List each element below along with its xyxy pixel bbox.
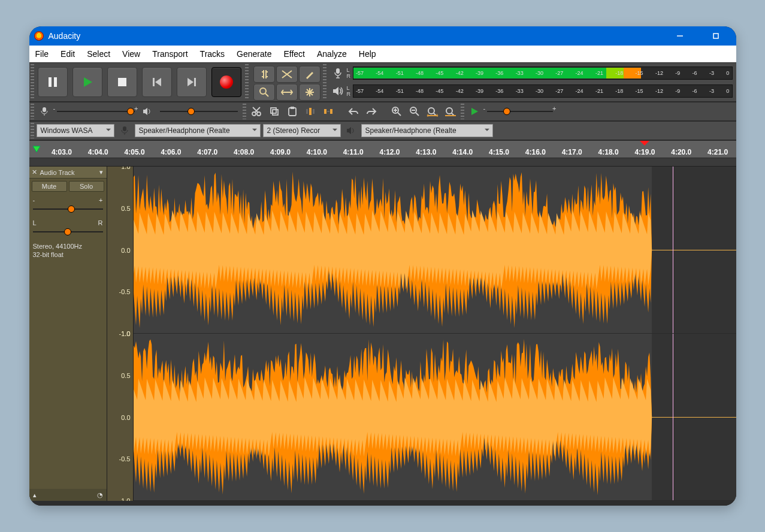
svg-rect-26 [330, 109, 332, 114]
timeshift-tool[interactable] [276, 84, 298, 101]
track-header[interactable]: ✕ Audio Track ▾ [29, 167, 107, 179]
redo-button[interactable] [364, 104, 379, 119]
zoom-tool[interactable] [253, 84, 275, 101]
meter-ticks-play: -57-54-51-48-45-42-39-36-33-30-27-24-21-… [353, 85, 732, 97]
track-options-icon[interactable]: ◔ [97, 491, 103, 499]
toolbar-grip[interactable] [245, 64, 249, 100]
skip-end-button[interactable] [177, 67, 207, 97]
playback-meter[interactable]: -57-54-51-48-45-42-39-36-33-30-27-24-21-… [353, 84, 733, 98]
svg-point-32 [428, 108, 434, 114]
timeline-ticks: 4:03.04:04.04:05.04:06.04:07.04:08.04:09… [44, 141, 736, 158]
timeline-label: 4:18.0 [598, 148, 619, 156]
track-area: ✕ Audio Track ▾ Mute Solo -+ LR [29, 167, 736, 501]
menu-effect[interactable]: Effect [277, 46, 311, 62]
track-info: Stereo, 44100Hz 32-bit float [29, 240, 107, 261]
waveform-right[interactable] [134, 334, 736, 501]
play-at-speed-button[interactable] [467, 104, 482, 119]
toolbar-grip[interactable] [323, 64, 326, 100]
playback-volume-slider[interactable] [160, 107, 238, 116]
transport-toolbar: LR -57-54-51-48-45-42-39-36-33-30-27-24-… [29, 62, 736, 102]
menu-view[interactable]: View [116, 46, 146, 62]
timeline-label: 4:03.0 [52, 148, 72, 156]
menu-select[interactable]: Select [81, 46, 116, 62]
svg-rect-3 [54, 77, 57, 87]
recording-device-combo[interactable]: Speaker/Headphone (Realte [135, 124, 261, 137]
menu-edit[interactable]: Edit [55, 46, 81, 62]
fit-project-button[interactable] [443, 104, 458, 119]
collapse-track-button[interactable]: ▴ [33, 491, 37, 499]
recording-volume-slider[interactable]: - + [57, 107, 135, 116]
svg-marker-8 [188, 78, 193, 86]
recording-meter[interactable]: -57-54-51-48-45-42-39-36-33-30-27-24-21-… [353, 66, 733, 80]
toolbar-grip[interactable] [31, 123, 34, 138]
timeline-ruler[interactable]: 4:03.04:04.04:05.04:06.04:07.04:08.04:09… [29, 140, 736, 158]
pause-button[interactable] [38, 67, 68, 97]
zoom-out-button[interactable] [407, 104, 422, 119]
cut-button[interactable] [249, 104, 264, 119]
playback-device-combo[interactable]: Speaker/Headphone (Realte [361, 124, 493, 137]
vertical-scale[interactable]: 1.00.50.0-0.5-1.01.00.50.0-0.5-1.0 [107, 167, 134, 501]
svg-rect-9 [194, 78, 196, 86]
envelope-tool[interactable] [276, 66, 298, 83]
recording-channels-combo[interactable]: 2 (Stereo) Recor [263, 124, 341, 137]
paste-button[interactable] [285, 104, 300, 119]
silence-button[interactable] [320, 104, 336, 119]
track-gain-slider[interactable] [33, 205, 103, 213]
track-pan-slider[interactable] [33, 228, 103, 236]
slider-knob[interactable] [503, 108, 510, 115]
menu-transport[interactable]: Transport [146, 46, 193, 62]
stop-button[interactable] [107, 67, 137, 97]
svg-rect-5 [118, 78, 126, 86]
record-button[interactable] [211, 67, 241, 97]
timeline-label: 4:12.0 [379, 148, 400, 156]
copy-button[interactable] [267, 104, 282, 119]
menu-analyze[interactable]: Analyze [311, 46, 353, 62]
menu-generate[interactable]: Generate [231, 46, 277, 62]
toolbar-grip[interactable] [461, 104, 464, 119]
menu-tracks[interactable]: Tracks [194, 46, 231, 62]
slider-knob[interactable] [127, 108, 134, 115]
svg-marker-7 [155, 78, 161, 86]
timeline-label: 4:05.0 [125, 148, 145, 156]
zoom-in-button[interactable] [389, 104, 404, 119]
trim-button[interactable] [303, 104, 318, 119]
window-controls [669, 29, 731, 43]
multi-tool[interactable] [299, 84, 320, 101]
speaker-icon [343, 123, 359, 138]
track-menu-dropdown[interactable]: ▾ [99, 168, 105, 176]
toolbar-grip[interactable] [31, 104, 34, 119]
close-track-button[interactable]: ✕ [31, 168, 39, 176]
mic-icon [37, 104, 52, 119]
toolbar-grip[interactable] [31, 64, 34, 100]
skip-start-button[interactable] [142, 67, 172, 97]
undo-button[interactable] [346, 104, 361, 119]
svg-rect-6 [153, 78, 155, 86]
timeline-pin-icon[interactable] [29, 141, 44, 158]
bottom-spacer [29, 501, 736, 506]
mute-button[interactable]: Mute [32, 181, 67, 192]
solo-button[interactable]: Solo [69, 181, 104, 192]
track-name: Audio Track [40, 169, 98, 176]
speaker-icon[interactable] [331, 84, 344, 98]
waveform-svg [134, 167, 736, 333]
menu-file[interactable]: File [29, 46, 55, 62]
play-button[interactable] [72, 67, 102, 97]
menu-help[interactable]: Help [353, 46, 382, 62]
mic-icon[interactable] [331, 66, 344, 80]
playhead-marker[interactable] [640, 141, 649, 150]
minimize-button[interactable] [669, 29, 691, 43]
svg-marker-15 [143, 108, 147, 115]
audio-host-combo[interactable]: Windows WASA [37, 124, 114, 137]
fit-selection-button[interactable] [425, 104, 440, 119]
timeline-label: 4:10.0 [307, 148, 327, 156]
timeline-label: 4:20.0 [671, 148, 691, 156]
draw-tool[interactable] [299, 66, 320, 83]
waveform-left[interactable] [134, 167, 736, 334]
play-speed-slider[interactable]: - + [487, 107, 553, 116]
svg-line-29 [398, 113, 401, 116]
slider-knob[interactable] [188, 108, 195, 115]
maximize-button[interactable] [705, 29, 727, 43]
toolbar-grip[interactable] [243, 104, 246, 119]
selection-tool[interactable] [253, 66, 275, 83]
titlebar[interactable]: Audacity [29, 26, 736, 46]
